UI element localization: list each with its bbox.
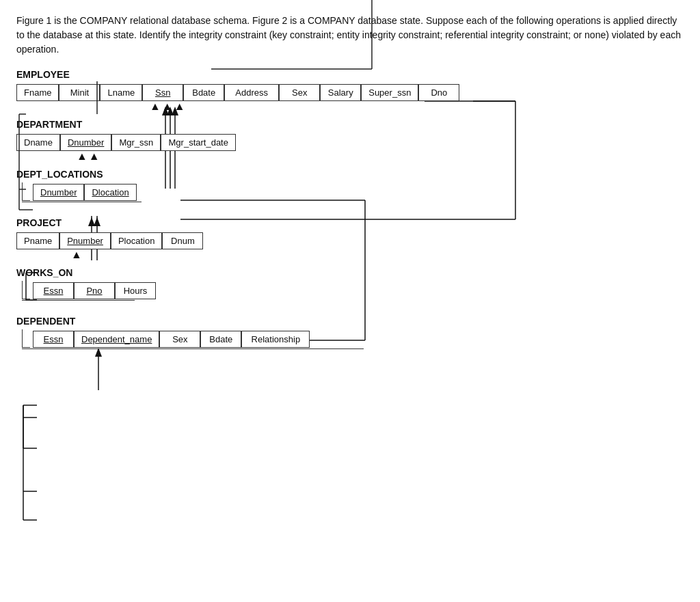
col-dno: Dno — [418, 84, 459, 101]
col-lname: Lname — [100, 84, 142, 101]
ssn-arrows: ▲▲▲ — [150, 101, 550, 112]
col-relationship: Relationship — [241, 331, 310, 348]
pnumber-arrow: ▲ — [71, 249, 550, 260]
col-sex: Sex — [279, 84, 320, 101]
schema-diagram: EMPLOYEE Fname Minit Lname Ssn Bdate Add… — [16, 69, 550, 349]
employee-section: EMPLOYEE Fname Minit Lname Ssn Bdate Add… — [16, 69, 550, 112]
dept-loc-bracket-left — [22, 182, 30, 201]
works-on-section: WORKS_ON Essn Pno Hours — [16, 267, 550, 301]
dependent-section: DEPENDENT Essn Dependent_name Sex Bdate … — [16, 316, 550, 349]
col-dep-sex: Sex — [159, 331, 200, 348]
dnumber-arrows: ▲▲ — [77, 151, 550, 162]
col-pno: Pno — [74, 282, 115, 299]
col-dependent-name: Dependent_name — [74, 331, 159, 348]
col-mgr-start-date: Mgr_start_date — [161, 134, 236, 151]
project-table: Pname Pnumber Plocation Dnum — [16, 232, 203, 249]
intro-paragraph: Figure 1 is the COMPANY relational datab… — [16, 14, 684, 57]
col-dep-bdate: Bdate — [200, 331, 241, 348]
col-fname: Fname — [16, 84, 59, 101]
col-salary: Salary — [320, 84, 361, 101]
col-dname: Dname — [16, 134, 60, 151]
dependent-bracket-bottom — [22, 348, 364, 349]
col-dnum: Dnum — [162, 232, 203, 249]
project-label: PROJECT — [16, 217, 550, 228]
works-on-bracket-left — [22, 281, 30, 299]
employee-label: EMPLOYEE — [16, 69, 550, 80]
works-on-table: Essn Pno Hours — [33, 282, 156, 299]
works-on-label: WORKS_ON — [16, 267, 550, 278]
department-label: DEPARTMENT — [16, 119, 550, 130]
dependent-bracket-left — [22, 329, 30, 348]
dependent-wrapper: Essn Dependent_name Sex Bdate Relationsh… — [16, 329, 550, 348]
col-plocation: Plocation — [111, 232, 162, 249]
col-dlocation: Dlocation — [84, 184, 136, 201]
col-pnumber: Pnumber — [59, 232, 111, 249]
dependent-table: Essn Dependent_name Sex Bdate Relationsh… — [33, 331, 310, 348]
col-hours: Hours — [115, 282, 156, 299]
dept-locations-wrapper: Dnumber Dlocation — [16, 182, 550, 201]
employee-table: Fname Minit Lname Ssn Bdate Address Sex … — [16, 84, 459, 101]
col-bdate: Bdate — [183, 84, 224, 101]
col-pname: Pname — [16, 232, 59, 249]
dept-locations-section: DEPT_LOCATIONS Dnumber Dlocation — [16, 169, 550, 202]
department-section: DEPARTMENT Dname Dnumber Mgr_ssn Mgr_sta… — [16, 119, 550, 162]
department-table: Dname Dnumber Mgr_ssn Mgr_start_date — [16, 134, 236, 151]
dept-locations-label: DEPT_LOCATIONS — [16, 169, 550, 180]
works-on-bracket-bottom — [22, 299, 135, 301]
dept-loc-bracket-bottom — [22, 201, 142, 202]
col-super-ssn: Super_ssn — [361, 84, 418, 101]
works-on-wrapper: Essn Pno Hours — [16, 281, 550, 299]
dept-locations-table: Dnumber Dlocation — [33, 184, 137, 201]
col-minit: Minit — [59, 84, 100, 101]
col-essn: Essn — [33, 282, 74, 299]
dependent-label: DEPENDENT — [16, 316, 550, 327]
col-dl-dnumber: Dnumber — [33, 184, 84, 201]
col-ssn: Ssn — [142, 84, 183, 101]
col-address: Address — [224, 84, 279, 101]
col-dep-essn: Essn — [33, 331, 74, 348]
col-mgr-ssn: Mgr_ssn — [111, 134, 161, 151]
col-dnumber: Dnumber — [60, 134, 111, 151]
project-section: PROJECT Pname Pnumber Plocation Dnum ▲ — [16, 217, 550, 260]
